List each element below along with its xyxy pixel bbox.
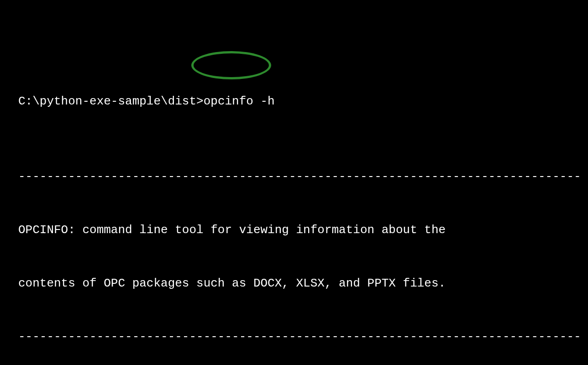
divider-top: ----------------------------------------…: [18, 168, 570, 186]
tool-description-line1: OPCINFO: command line tool for viewing i…: [18, 221, 570, 239]
terminal-output: C:\python-exe-sample\dist>opcinfo -h ---…: [18, 57, 570, 365]
highlight-ellipse-annotation: [191, 51, 271, 79]
tool-description-line2: contents of OPC packages such as DOCX, X…: [18, 275, 570, 292]
command-prompt-line[interactable]: C:\python-exe-sample\dist>opcinfo -h: [18, 93, 570, 110]
prompt-path: C:\python-exe-sample\dist>: [18, 94, 204, 108]
command-text: opcinfo -h: [204, 94, 275, 108]
divider-bottom: ----------------------------------------…: [18, 328, 570, 346]
